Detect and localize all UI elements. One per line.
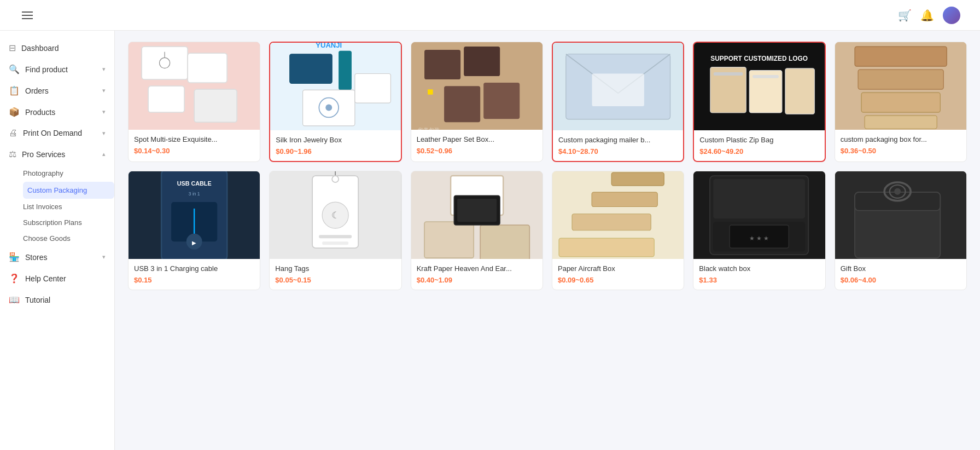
pro-services-extra: List Invoices Subscription Plans Choose … xyxy=(0,199,114,246)
product-grid-row2-wrapper: USB CABLE 3 in 1 ▶ USB 3 in 1 Charging c… xyxy=(128,171,967,290)
notification-button[interactable]: 🔔 xyxy=(920,9,934,22)
sidebar-item-tutorial[interactable]: 📖 Tutorial xyxy=(0,289,114,310)
navbar-left xyxy=(11,11,33,19)
svg-rect-62 xyxy=(572,214,651,230)
sidebar-item-subscription-plans[interactable]: Subscription Plans xyxy=(23,215,114,230)
orders-icon: 📋 xyxy=(9,85,20,96)
svg-point-13 xyxy=(326,104,332,111)
sidebar-item-print-on-demand[interactable]: 🖨 Print On Demand ▾ xyxy=(0,123,114,143)
svg-text:☾: ☾ xyxy=(331,210,340,221)
svg-point-75 xyxy=(894,188,901,195)
product-card-2[interactable]: YUANJI Silk Iron Jewelry Box$0.90~1.96 xyxy=(269,42,401,162)
product-card-7[interactable]: USB CABLE 3 in 1 ▶ USB 3 in 1 Charging c… xyxy=(128,171,260,290)
layout: ⊟ Dashboard 🔍 Find product ▾ 📋 Orders ▾ … xyxy=(0,31,980,450)
product-price-12: $0.06~4.00 xyxy=(841,276,961,284)
pro-services-icon: ⚖ xyxy=(9,149,16,159)
svg-rect-30 xyxy=(714,72,743,76)
product-name-8: Hang Tags xyxy=(275,264,395,273)
chevron-down-icon: ▾ xyxy=(102,87,106,94)
product-price-9: $0.40~1.09 xyxy=(417,276,537,284)
product-name-1: Spot Multi-size Exquisite... xyxy=(134,135,254,143)
product-image-2: YUANJI xyxy=(270,43,400,130)
svg-rect-3 xyxy=(188,53,227,83)
sidebar-item-stores[interactable]: 🏪 Stores ▾ xyxy=(0,246,114,268)
cart-button[interactable]: 🛒 xyxy=(898,9,912,22)
sidebar-label-print: Print On Demand xyxy=(23,129,82,137)
sidebar-item-find-product[interactable]: 🔍 Find product ▾ xyxy=(0,59,114,80)
product-card-5[interactable]: SUPPORT CUSTOMIZED LOGO Custom Plastic Z… xyxy=(693,42,825,162)
product-card-10[interactable]: Paper Aircraft Box$0.09~0.65 xyxy=(552,171,684,290)
product-card-8[interactable]: ☾ Hang Tags$0.05~0.15 xyxy=(269,171,401,290)
product-name-4: Custom packaging mailer b... xyxy=(558,136,678,144)
svg-text:3 in 1: 3 in 1 xyxy=(189,191,200,197)
product-price-1: $0.14~0.30 xyxy=(134,147,254,155)
sidebar-item-orders[interactable]: 📋 Orders ▾ xyxy=(0,80,114,101)
product-card-6[interactable]: custom packaging box for...$0.36~0.50 xyxy=(835,42,967,162)
sidebar-item-list-invoices[interactable]: List Invoices xyxy=(23,199,114,215)
avatar[interactable] xyxy=(943,7,960,24)
product-card-11[interactable]: ★ ★ ★ Black watch box$1.33 xyxy=(693,171,825,290)
product-grid-row2: USB CABLE 3 in 1 ▶ USB 3 in 1 Charging c… xyxy=(128,171,967,290)
svg-rect-14 xyxy=(355,73,391,103)
product-image-12 xyxy=(835,171,966,259)
svg-rect-60 xyxy=(611,172,664,186)
svg-rect-63 xyxy=(559,238,654,257)
hamburger-icon[interactable] xyxy=(22,11,33,19)
product-image-8: ☾ xyxy=(270,171,401,259)
svg-rect-33 xyxy=(855,47,947,66)
sidebar-item-pro-services[interactable]: ⚖ Pro Services ▴ xyxy=(0,143,114,165)
cart-icon: 🛒 xyxy=(898,9,912,21)
product-name-6: custom packaging box for... xyxy=(841,135,961,143)
sidebar-item-photography[interactable]: Photography xyxy=(23,165,114,182)
stores-icon: 🏪 xyxy=(9,252,20,262)
svg-rect-35 xyxy=(861,93,940,112)
product-card-9[interactable]: Kraft Paper Heaven And Ear...$0.40~1.09 xyxy=(411,171,543,290)
print-icon: 🖨 xyxy=(9,128,18,138)
product-image-7: USB CABLE 3 in 1 ▶ xyxy=(129,171,260,259)
product-card-12[interactable]: Gift Box$0.06~4.00 xyxy=(835,171,967,290)
product-name-7: USB 3 in 1 Charging cable xyxy=(134,264,254,273)
product-name-9: Kraft Paper Heaven And Ear... xyxy=(417,264,537,273)
product-name-5: Custom Plastic Zip Bag xyxy=(699,136,819,144)
products-icon: 📦 xyxy=(9,107,20,117)
product-info-3: Leather Paper Set Box...$0.52~0.96 xyxy=(411,130,542,160)
sidebar-label-orders: Orders xyxy=(25,86,49,95)
sidebar-item-help-center[interactable]: ❓ Help Center xyxy=(0,268,114,289)
product-info-1: Spot Multi-size Exquisite...$0.14~0.30 xyxy=(129,130,260,160)
product-price-10: $0.09~0.65 xyxy=(558,276,678,284)
sidebar-label-stores: Stores xyxy=(25,253,47,262)
svg-rect-10 xyxy=(339,50,352,89)
product-card-4[interactable]: Custom packaging mailer b...$4.10~28.70 xyxy=(552,42,684,162)
chevron-down-icon: ▾ xyxy=(102,130,106,137)
sidebar-label-pro-services: Pro Services xyxy=(22,150,65,159)
svg-rect-58 xyxy=(457,199,497,222)
svg-rect-36 xyxy=(865,116,937,129)
svg-rect-34 xyxy=(858,70,943,89)
product-image-11: ★ ★ ★ xyxy=(693,171,825,259)
product-image-9 xyxy=(411,171,542,259)
chevron-down-icon: ▾ xyxy=(102,253,106,261)
product-price-3: $0.52~0.96 xyxy=(417,147,537,155)
product-image-6 xyxy=(835,42,966,130)
product-info-8: Hang Tags$0.05~0.15 xyxy=(270,259,401,290)
svg-rect-31 xyxy=(753,75,779,78)
sidebar-item-choose-goods[interactable]: Choose Goods xyxy=(23,230,114,246)
product-image-4 xyxy=(553,43,683,130)
product-name-12: Gift Box xyxy=(841,264,961,273)
navbar-right: 🛒 🔔 xyxy=(898,7,969,24)
product-card-3[interactable]: 华美包装 Leather Paper Set Box...$0.52~0.96 xyxy=(411,42,543,162)
product-image-1 xyxy=(129,42,260,130)
product-card-1[interactable]: Spot Multi-size Exquisite...$0.14~0.30 xyxy=(128,42,260,162)
svg-rect-61 xyxy=(592,192,657,206)
svg-text:▶: ▶ xyxy=(192,240,196,246)
help-icon: ❓ xyxy=(9,273,20,284)
product-price-6: $0.36~0.50 xyxy=(841,147,961,155)
sidebar-item-products[interactable]: 📦 Products ▾ xyxy=(0,101,114,123)
svg-rect-19 xyxy=(444,86,480,122)
product-price-11: $1.33 xyxy=(699,276,819,284)
sidebar-item-dashboard[interactable]: ⊟ Dashboard xyxy=(0,37,114,59)
svg-text:★ ★ ★: ★ ★ ★ xyxy=(749,235,769,241)
sidebar-item-custom-packaging[interactable]: Custom Packaging xyxy=(23,182,114,199)
product-info-4: Custom packaging mailer b...$4.10~28.70 xyxy=(553,130,683,161)
svg-rect-52 xyxy=(322,241,348,245)
